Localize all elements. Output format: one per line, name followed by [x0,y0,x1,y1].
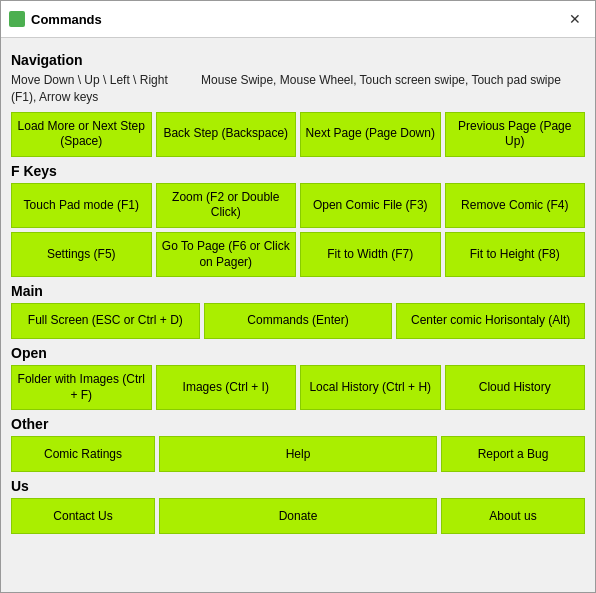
main-btn-1[interactable]: Commands (Enter) [204,303,393,339]
other-btn-2[interactable]: Report a Bug [441,436,585,472]
fkey-btn-1-3[interactable]: Fit to Height (F8) [445,232,586,277]
section-fkeys: F Keys [11,163,585,179]
fkey-btn-1-1[interactable]: Go To Page (F6 or Click on Pager) [156,232,297,277]
fkey-btn-1-0[interactable]: Settings (F5) [11,232,152,277]
section-navigation: Navigation [11,52,585,68]
nav-btn-0[interactable]: Load More or Next Step (Space) [11,112,152,157]
us-btn-1[interactable]: Donate [159,498,437,534]
us-btn-0[interactable]: Contact Us [11,498,155,534]
open-btn-1[interactable]: Images (Ctrl + I) [156,365,297,410]
window-title: Commands [31,12,563,27]
commands-window: Commands ✕ Navigation Move Down \ Up \ L… [0,0,596,593]
open-btn-3[interactable]: Cloud History [445,365,586,410]
section-main: Main [11,283,585,299]
nav-btn-1[interactable]: Back Step (Backspace) [156,112,297,157]
fkey-btn-0-1[interactable]: Zoom (F2 or Double Click) [156,183,297,228]
nav-btn-2[interactable]: Next Page (Page Down) [300,112,441,157]
window-icon [9,11,25,27]
other-buttons: Comic Ratings Help Report a Bug [11,436,585,472]
main-btn-0[interactable]: Full Screen (ESC or Ctrl + D) [11,303,200,339]
fkey-btn-1-2[interactable]: Fit to Width (F7) [300,232,441,277]
navigation-buttons: Load More or Next Step (Space) Back Step… [11,112,585,157]
nav-desc-left: Move Down \ Up \ Left \ Right [11,73,168,87]
fkeys-row-1: Settings (F5) Go To Page (F6 or Click on… [11,232,585,277]
open-btn-0[interactable]: Folder with Images (Ctrl + F) [11,365,152,410]
us-buttons: Contact Us Donate About us [11,498,585,534]
section-us: Us [11,478,585,494]
title-bar: Commands ✕ [1,1,595,38]
fkey-btn-0-2[interactable]: Open Comic File (F3) [300,183,441,228]
open-buttons: Folder with Images (Ctrl + F) Images (Ct… [11,365,585,410]
content-area: Navigation Move Down \ Up \ Left \ Right… [1,38,595,592]
open-btn-2[interactable]: Local History (Ctrl + H) [300,365,441,410]
fkeys-row-0: Touch Pad mode (F1) Zoom (F2 or Double C… [11,183,585,228]
main-btn-2[interactable]: Center comic Horisontaly (Alt) [396,303,585,339]
fkey-btn-0-3[interactable]: Remove Comic (F4) [445,183,586,228]
section-open: Open [11,345,585,361]
close-button[interactable]: ✕ [563,7,587,31]
other-btn-0[interactable]: Comic Ratings [11,436,155,472]
us-btn-2[interactable]: About us [441,498,585,534]
fkey-btn-0-0[interactable]: Touch Pad mode (F1) [11,183,152,228]
other-btn-1[interactable]: Help [159,436,437,472]
main-buttons: Full Screen (ESC or Ctrl + D) Commands (… [11,303,585,339]
nav-description: Move Down \ Up \ Left \ Right Mouse Swip… [11,72,585,106]
section-other: Other [11,416,585,432]
nav-btn-3[interactable]: Previous Page (Page Up) [445,112,586,157]
